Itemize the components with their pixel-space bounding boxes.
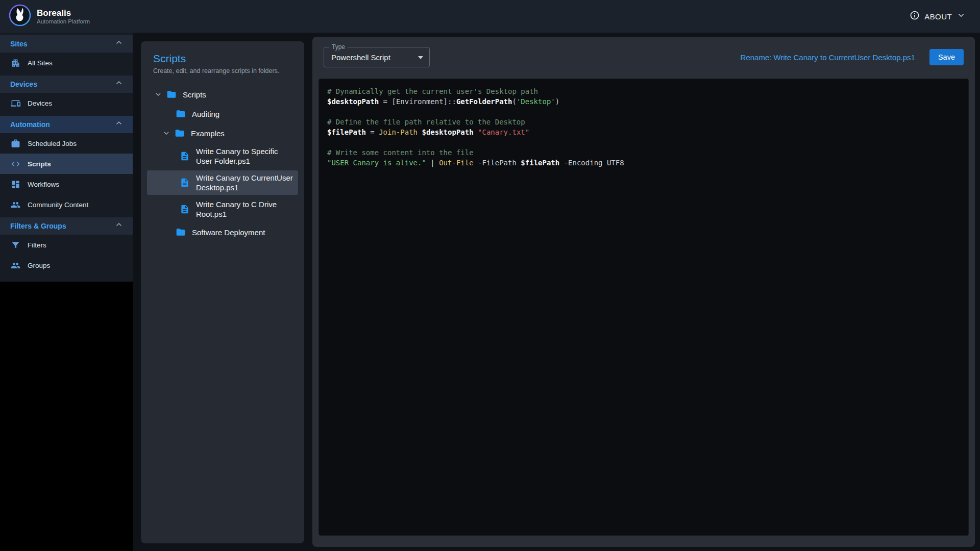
script-type-select[interactable]: Type Powershell Script [324, 47, 430, 67]
main-content: Scripts Create, edit, and rearrange scri… [133, 33, 980, 551]
top-bar: Borealis Automation Platform ABOUT [0, 0, 980, 33]
tree-folder-software-deployment[interactable]: Software Deployment [147, 223, 298, 241]
sidebar-section-devices[interactable]: Devices [0, 76, 133, 93]
code-line: "USER Canary is alive." | Out-File -File… [327, 158, 960, 168]
sidebar-section-filters-groups[interactable]: Filters & Groups [0, 217, 133, 235]
sidebar-item-label: Devices [28, 99, 52, 107]
save-button[interactable]: Save [929, 49, 964, 65]
code-line [327, 137, 960, 147]
code-line: $filePath = Join-Path $desktopPath "Cana… [327, 127, 960, 137]
rename-link[interactable]: Rename: Write Canary to CurrentUser Desk… [741, 53, 915, 62]
briefcase-icon [10, 138, 20, 148]
file-icon [180, 151, 190, 161]
filter-icon [10, 240, 20, 250]
app-title: Borealis [37, 8, 90, 18]
type-select-label: Type [329, 43, 348, 51]
devices-icon [10, 98, 20, 108]
info-icon [910, 10, 920, 22]
chevron-up-icon [114, 79, 124, 90]
scripts-tree: Scripts Auditing Examples [141, 82, 304, 245]
folder-icon [176, 109, 186, 119]
sidebar-item-label: Scripts [28, 160, 51, 168]
sidebar: Sites All Sites Devices Devices [0, 33, 133, 551]
chevron-down-icon [957, 11, 966, 22]
file-icon [180, 204, 190, 214]
sidebar-item-all-sites[interactable]: All Sites [0, 53, 133, 73]
sidebar-item-label: All Sites [28, 59, 53, 67]
code-editor[interactable]: # Dynamically get the current user's Des… [318, 79, 969, 536]
code-line: # Write some content into the file [327, 147, 960, 158]
building-icon [10, 58, 20, 68]
folder-icon [166, 89, 177, 99]
panel-title: Scripts [141, 41, 304, 67]
scripts-tree-panel: Scripts Create, edit, and rearrange scri… [141, 41, 304, 543]
tree-folder-scripts[interactable]: Scripts [147, 86, 298, 103]
file-icon [180, 178, 190, 188]
sidebar-item-label: Workflows [28, 181, 59, 188]
sidebar-item-scripts[interactable]: Scripts [0, 154, 133, 174]
app-subtitle: Automation Platform [37, 18, 90, 24]
tree-folder-examples[interactable]: Examples [147, 124, 298, 142]
sidebar-item-groups[interactable]: Groups [0, 255, 133, 276]
tree-folder-auditing[interactable]: Auditing [147, 105, 298, 122]
brand: Borealis Automation Platform [8, 4, 90, 29]
chevron-down-icon [154, 90, 162, 98]
sidebar-section-automation[interactable]: Automation [0, 116, 133, 133]
chevron-up-icon [114, 38, 124, 49]
editor-header: Type Powershell Script Rename: Write Can… [312, 37, 975, 67]
about-menu[interactable]: ABOUT [910, 10, 966, 22]
script-editor-panel: Type Powershell Script Rename: Write Can… [312, 37, 975, 547]
chevron-up-icon [114, 119, 124, 130]
tree-file-write-canary-specific-user[interactable]: Write Canary to Specific User Folder.ps1 [147, 144, 298, 168]
folder-icon [176, 227, 186, 237]
panel-subtitle: Create, edit, and rearrange scripts in f… [141, 67, 304, 82]
code-line: # Define the file path relative to the D… [327, 117, 960, 127]
groups-icon [10, 260, 20, 270]
about-label: ABOUT [924, 12, 952, 21]
code-line: # Dynamically get the current user's Des… [327, 86, 960, 96]
dropdown-arrow-icon [418, 56, 423, 59]
tree-file-write-canary-c-drive-root[interactable]: Write Canary to C Drive Root.ps1 [147, 197, 298, 221]
sidebar-item-label: Scheduled Jobs [28, 140, 77, 147]
code-line [327, 107, 960, 117]
sidebar-item-label: Groups [28, 262, 50, 269]
sidebar-item-community-content[interactable]: Community Content [0, 194, 133, 215]
sidebar-item-label: Filters [28, 241, 46, 249]
chevron-down-icon [162, 129, 170, 137]
sidebar-item-workflows[interactable]: Workflows [0, 174, 133, 194]
tree-file-write-canary-currentuser-desktop[interactable]: Write Canary to CurrentUser Desktop.ps1 [147, 170, 298, 195]
chevron-up-icon [114, 220, 124, 232]
borealis-logo-icon [8, 4, 32, 29]
sidebar-item-devices[interactable]: Devices [0, 93, 133, 113]
sidebar-section-sites[interactable]: Sites [0, 35, 133, 53]
folder-icon [175, 128, 185, 138]
sidebar-item-filters[interactable]: Filters [0, 235, 133, 255]
code-icon [10, 159, 20, 169]
type-select-value: Powershell Script [331, 53, 390, 62]
people-icon [10, 199, 20, 210]
code-line: $desktopPath = [Environment]::GetFolderP… [327, 96, 960, 107]
sidebar-item-scheduled-jobs[interactable]: Scheduled Jobs [0, 133, 133, 154]
sidebar-item-label: Community Content [28, 201, 88, 209]
dashboard-icon [10, 179, 20, 189]
